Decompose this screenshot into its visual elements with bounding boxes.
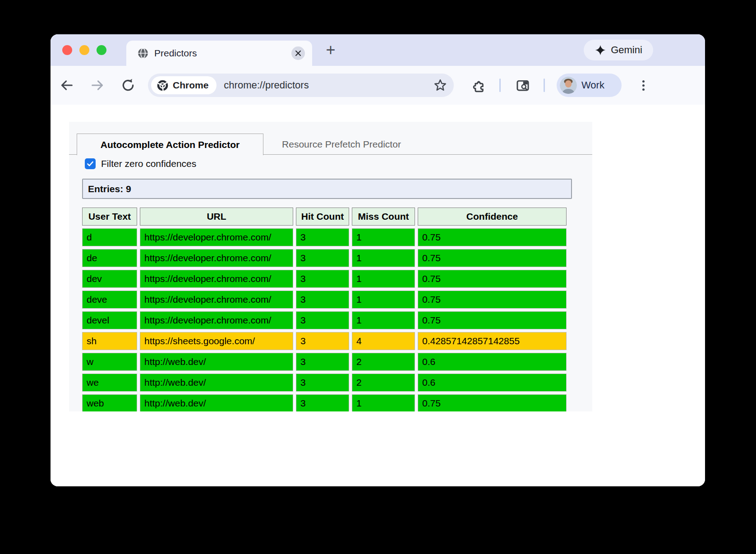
chrome-chip-label: Chrome xyxy=(173,80,208,91)
cell-miss: 1 xyxy=(352,249,415,267)
cell-confidence: 0.42857142857142855 xyxy=(418,332,567,350)
filter-row: Filter zero confidences xyxy=(85,158,196,169)
bookmark-star-icon[interactable] xyxy=(433,78,447,92)
tab-close-button[interactable] xyxy=(291,46,305,60)
cell-user-text: w xyxy=(82,353,137,371)
column-header-miss-count[interactable]: Miss Count xyxy=(352,208,415,226)
cell-user-text: d xyxy=(82,228,137,246)
new-tab-button[interactable]: + xyxy=(319,39,342,61)
cell-url: https://developer.chrome.com/ xyxy=(140,249,293,267)
globe-favicon-icon xyxy=(137,47,149,59)
close-icon xyxy=(295,50,302,57)
table-row: dhttps://developer.chrome.com/310.75 xyxy=(82,228,567,246)
predictors-page: Autocomplete Action Predictor Resource P… xyxy=(69,122,592,411)
toolbar-divider xyxy=(499,78,501,92)
browser-menu-button[interactable] xyxy=(635,77,651,93)
side-panel-search-icon[interactable] xyxy=(515,78,530,93)
cell-hit: 3 xyxy=(296,311,349,329)
tab-resource-prefetch-predictor[interactable]: Resource Prefetch Predictor xyxy=(263,134,419,155)
forward-icon xyxy=(90,78,105,93)
window-zoom-button[interactable] xyxy=(97,45,106,55)
toolbar-divider xyxy=(544,78,545,92)
cell-hit: 3 xyxy=(296,228,349,246)
gemini-button[interactable]: Gemini xyxy=(584,40,653,60)
cell-hit: 3 xyxy=(296,353,349,371)
avatar xyxy=(560,77,577,94)
cell-user-text: web xyxy=(82,394,137,411)
cell-miss: 1 xyxy=(352,291,415,309)
reload-icon xyxy=(120,78,136,93)
cell-miss: 1 xyxy=(352,270,415,288)
cell-miss: 4 xyxy=(352,332,415,350)
column-header-url[interactable]: URL xyxy=(140,208,293,226)
column-header-confidence[interactable]: Confidence xyxy=(418,208,567,226)
tab-title: Predictors xyxy=(154,48,197,59)
window-close-button[interactable] xyxy=(62,45,72,55)
gemini-sparkle-icon xyxy=(595,44,606,56)
cell-hit: 3 xyxy=(296,394,349,411)
cell-miss: 2 xyxy=(352,353,415,371)
cell-user-text: devel xyxy=(82,311,137,329)
extensions-icon[interactable] xyxy=(471,78,486,93)
column-header-user-text[interactable]: User Text xyxy=(82,208,137,226)
entries-summary-bar: Entries: 9 xyxy=(82,179,572,199)
cell-hit: 3 xyxy=(296,374,349,392)
cell-confidence: 0.75 xyxy=(418,270,567,288)
toolbar: Chrome chrome://predictors xyxy=(51,66,705,105)
cell-url: https://developer.chrome.com/ xyxy=(140,291,293,309)
profile-name: Work xyxy=(581,79,604,91)
chrome-logo-icon xyxy=(157,79,169,92)
cell-url: http://web.dev/ xyxy=(140,374,293,392)
cell-confidence: 0.75 xyxy=(418,228,567,246)
cell-confidence: 0.75 xyxy=(418,311,567,329)
predictors-table: User Text URL Hit Count Miss Count Confi… xyxy=(79,205,569,411)
filter-zero-confidences-checkbox[interactable] xyxy=(85,158,96,169)
cell-user-text: sh xyxy=(82,332,137,350)
filter-checkbox-label: Filter zero confidences xyxy=(101,158,196,169)
cell-confidence: 0.75 xyxy=(418,394,567,411)
window-minimize-button[interactable] xyxy=(79,45,89,55)
window-controls xyxy=(62,45,106,55)
cell-url: http://web.dev/ xyxy=(140,353,293,371)
url-text[interactable]: chrome://predictors xyxy=(224,79,309,91)
cell-confidence: 0.6 xyxy=(418,374,567,392)
browser-tab-predictors[interactable]: Predictors xyxy=(126,41,312,66)
cell-url: http://web.dev/ xyxy=(140,394,293,411)
cell-miss: 1 xyxy=(352,228,415,246)
cell-url: https://developer.chrome.com/ xyxy=(140,311,293,329)
browser-window: Predictors + Gemini xyxy=(51,34,705,486)
cell-confidence: 0.6 xyxy=(418,353,567,371)
cell-url: https://developer.chrome.com/ xyxy=(140,228,293,246)
profile-button[interactable]: Work xyxy=(557,74,622,97)
cell-miss: 1 xyxy=(352,311,415,329)
cell-hit: 3 xyxy=(296,291,349,309)
table-header-row: User Text URL Hit Count Miss Count Confi… xyxy=(82,208,567,226)
chrome-site-chip[interactable]: Chrome xyxy=(151,76,217,94)
cell-hit: 3 xyxy=(296,332,349,350)
forward-button[interactable] xyxy=(88,75,107,95)
entries-count-label: Entries: 9 xyxy=(88,184,131,194)
cell-hit: 3 xyxy=(296,249,349,267)
gemini-label: Gemini xyxy=(611,44,642,56)
cell-url: https://developer.chrome.com/ xyxy=(140,270,293,288)
table-row: dehttps://developer.chrome.com/310.75 xyxy=(82,249,567,267)
table-row: whttp://web.dev/320.6 xyxy=(82,353,567,371)
tab-autocomplete-action-predictor[interactable]: Autocomplete Action Predictor xyxy=(77,134,263,155)
tab-strip: Predictors + Gemini xyxy=(51,34,705,66)
cell-hit: 3 xyxy=(296,270,349,288)
cell-user-text: de xyxy=(82,249,137,267)
table-row: devehttps://developer.chrome.com/310.75 xyxy=(82,291,567,309)
cell-url: https://sheets.google.com/ xyxy=(140,332,293,350)
cell-confidence: 0.75 xyxy=(418,291,567,309)
reload-button[interactable] xyxy=(118,75,138,95)
cell-confidence: 0.75 xyxy=(418,249,567,267)
cell-user-text: we xyxy=(82,374,137,392)
table-row: develhttps://developer.chrome.com/310.75 xyxy=(82,311,567,329)
cell-miss: 2 xyxy=(352,374,415,392)
cell-miss: 1 xyxy=(352,394,415,411)
column-header-hit-count[interactable]: Hit Count xyxy=(296,208,349,226)
back-icon xyxy=(59,78,74,93)
cell-user-text: dev xyxy=(82,270,137,288)
address-bar[interactable]: Chrome chrome://predictors xyxy=(148,74,454,97)
back-button[interactable] xyxy=(57,75,77,95)
